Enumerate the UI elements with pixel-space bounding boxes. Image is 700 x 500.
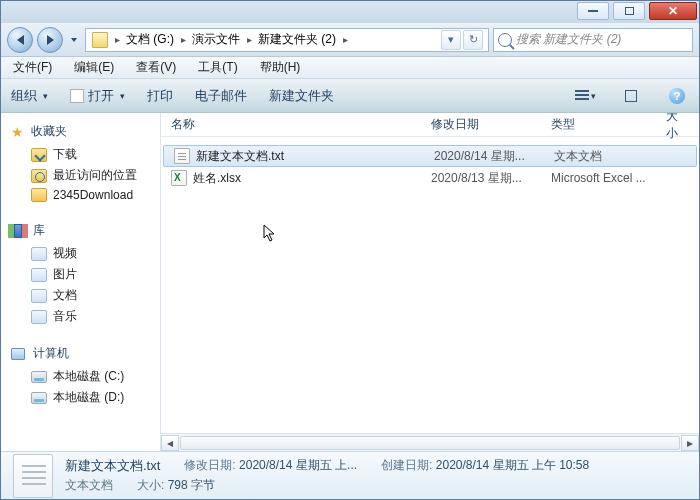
drive-icon: [31, 392, 47, 404]
pictures-library-icon: [31, 268, 47, 282]
video-library-icon: [31, 247, 47, 261]
search-placeholder: 搜索 新建文件夹 (2): [516, 31, 621, 48]
column-headers: 名称 修改日期 类型 大小: [161, 113, 699, 137]
view-options-button[interactable]: [573, 85, 597, 107]
sidebar-item-drive-c[interactable]: 本地磁盘 (C:): [1, 366, 160, 387]
details-mod-label: 修改日期:: [184, 458, 235, 472]
sidebar-item-documents[interactable]: 文档: [1, 285, 160, 306]
pane-icon: [625, 90, 637, 102]
file-rows: 新建文本文档.txt2020/8/14 星期...文本文档姓名.xlsx2020…: [161, 137, 699, 433]
search-icon: [498, 33, 512, 47]
breadcrumb-bar[interactable]: 文档 (G:) 演示文件 新建文件夹 (2) ▾ ↻: [85, 28, 489, 52]
forward-button[interactable]: [37, 27, 63, 53]
print-button[interactable]: 打印: [147, 87, 173, 105]
file-row[interactable]: 新建文本文档.txt2020/8/14 星期...文本文档: [163, 145, 697, 167]
details-filetype: 文本文档: [65, 477, 113, 494]
file-type: Microsoft Excel ...: [541, 171, 656, 185]
titlebar: ✕: [1, 1, 699, 23]
file-type: 文本文档: [544, 148, 659, 165]
documents-library-icon: [31, 289, 47, 303]
menu-bar: 文件(F) 编辑(E) 查看(V) 工具(T) 帮助(H): [1, 57, 699, 79]
details-filename: 新建文本文档.txt: [65, 457, 160, 475]
details-size-label: 大小:: [137, 478, 164, 492]
sidebar-group-libraries[interactable]: 库: [1, 218, 160, 243]
file-name: 新建文本文档.txt: [196, 148, 284, 165]
breadcrumb-segment[interactable]: 文档 (G:): [122, 29, 178, 50]
sidebar-item-2345[interactable]: 2345Download: [1, 186, 160, 204]
chevron-right-icon[interactable]: [178, 34, 188, 45]
menu-tools[interactable]: 工具(T): [194, 57, 241, 78]
navigation-bar: 文档 (G:) 演示文件 新建文件夹 (2) ▾ ↻ 搜索 新建文件夹 (2): [1, 23, 699, 57]
file-icon: [70, 89, 84, 103]
computer-icon: [9, 346, 27, 362]
chevron-right-icon[interactable]: [340, 34, 350, 45]
sidebar-item-drive-d[interactable]: 本地磁盘 (D:): [1, 387, 160, 408]
file-date: 2020/8/13 星期...: [421, 170, 541, 187]
file-row[interactable]: 姓名.xlsx2020/8/13 星期...Microsoft Excel ..…: [161, 167, 699, 189]
download-folder-icon: [31, 148, 47, 162]
organize-button[interactable]: 组织: [11, 87, 48, 105]
navigation-pane: 收藏夹 下载 最近访问的位置 2345Download 库 视频 图片 文档 音…: [1, 113, 161, 451]
music-library-icon: [31, 310, 47, 324]
file-name: 姓名.xlsx: [193, 170, 241, 187]
folder-icon: [92, 32, 108, 48]
history-dropdown[interactable]: [67, 27, 81, 53]
email-button[interactable]: 电子邮件: [195, 87, 247, 105]
scroll-left-button[interactable]: ◂: [161, 435, 179, 451]
sidebar-group-favorites[interactable]: 收藏夹: [1, 119, 160, 144]
refresh-button[interactable]: ↻: [463, 30, 483, 50]
horizontal-scrollbar[interactable]: ◂ ▸: [161, 433, 699, 451]
sidebar-item-downloads[interactable]: 下载: [1, 144, 160, 165]
open-button[interactable]: 打开: [70, 87, 125, 105]
preview-pane-button[interactable]: [619, 85, 643, 107]
recent-icon: [31, 169, 47, 183]
maximize-button[interactable]: [613, 2, 645, 20]
library-icon: [9, 223, 27, 239]
col-type[interactable]: 类型: [541, 113, 656, 137]
file-large-icon: [13, 454, 53, 498]
close-button[interactable]: ✕: [649, 2, 697, 20]
scroll-thumb[interactable]: [180, 436, 680, 450]
new-folder-button[interactable]: 新建文件夹: [269, 87, 334, 105]
details-created-value: 2020/8/14 星期五 上午 10:58: [436, 458, 589, 472]
search-input[interactable]: 搜索 新建文件夹 (2): [493, 28, 693, 52]
sidebar-item-recent[interactable]: 最近访问的位置: [1, 165, 160, 186]
details-size-value: 798 字节: [168, 478, 215, 492]
details-created-label: 创建日期:: [381, 458, 432, 472]
star-icon: [9, 124, 25, 140]
chevron-right-icon[interactable]: [112, 34, 122, 45]
chevron-right-icon[interactable]: [244, 34, 254, 45]
menu-view[interactable]: 查看(V): [132, 57, 180, 78]
scroll-right-button[interactable]: ▸: [681, 435, 699, 451]
file-list-pane: 名称 修改日期 类型 大小 新建文本文档.txt2020/8/14 星期...文…: [161, 113, 699, 451]
sidebar-group-computer[interactable]: 计算机: [1, 341, 160, 366]
sidebar-item-music[interactable]: 音乐: [1, 306, 160, 327]
command-bar: 组织 打开 打印 电子邮件 新建文件夹 ?: [1, 79, 699, 113]
drive-icon: [31, 371, 47, 383]
help-button[interactable]: ?: [665, 85, 689, 107]
file-date: 2020/8/14 星期...: [424, 148, 544, 165]
folder-icon: [31, 188, 47, 202]
path-dropdown-button[interactable]: ▾: [441, 30, 461, 50]
sidebar-item-pictures[interactable]: 图片: [1, 264, 160, 285]
minimize-button[interactable]: [577, 2, 609, 20]
menu-file[interactable]: 文件(F): [9, 57, 56, 78]
list-icon: [575, 90, 589, 102]
details-mod-value: 2020/8/14 星期五 上...: [239, 458, 357, 472]
breadcrumb-segment[interactable]: 新建文件夹 (2): [254, 29, 340, 50]
explorer-window: ✕ 文档 (G:) 演示文件 新建文件夹 (2) ▾ ↻ 搜索 新建文件夹 (2…: [0, 0, 700, 500]
col-date[interactable]: 修改日期: [421, 113, 541, 137]
file-icon: [174, 148, 190, 164]
col-name[interactable]: 名称: [161, 113, 421, 137]
help-icon: ?: [669, 88, 685, 104]
menu-edit[interactable]: 编辑(E): [70, 57, 118, 78]
menu-help[interactable]: 帮助(H): [256, 57, 305, 78]
back-button[interactable]: [7, 27, 33, 53]
file-icon: [171, 170, 187, 186]
details-pane: 新建文本文档.txt 修改日期: 2020/8/14 星期五 上... 创建日期…: [1, 451, 699, 499]
breadcrumb-segment[interactable]: 演示文件: [188, 29, 244, 50]
sidebar-item-videos[interactable]: 视频: [1, 243, 160, 264]
